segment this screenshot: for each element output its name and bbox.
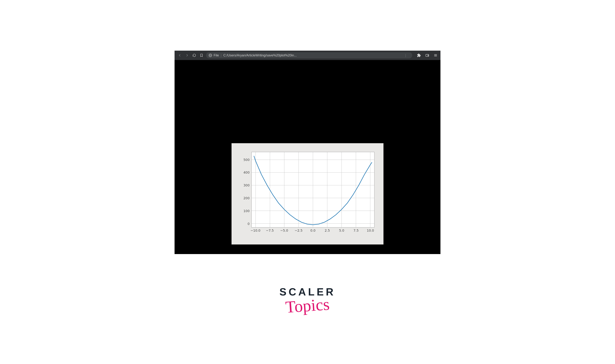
url-bar[interactable]: ! File | C:/Users/Aryan/ArticleWriting/s… bbox=[206, 52, 412, 58]
x-tick-label: 5.0 bbox=[339, 229, 344, 232]
bookmark-button[interactable] bbox=[199, 53, 204, 58]
browser-toolbar: ! File | C:/Users/Aryan/ArticleWriting/s… bbox=[175, 51, 440, 60]
x-tick-label: −10.0 bbox=[250, 229, 261, 232]
y-tick-label: 500 bbox=[239, 158, 250, 161]
plot-svg bbox=[252, 152, 374, 227]
plot-figure: −10.0−7.5−5.0−2.50.02.55.07.510.00100200… bbox=[232, 143, 383, 245]
watermark: SCALER Topics bbox=[279, 286, 336, 315]
reload-button[interactable] bbox=[192, 53, 197, 58]
separator: | bbox=[405, 53, 406, 57]
extensions-icon[interactable] bbox=[417, 53, 421, 58]
wallet-icon[interactable] bbox=[425, 53, 430, 58]
menu-icon[interactable] bbox=[433, 53, 438, 58]
forward-button[interactable] bbox=[184, 53, 190, 58]
x-tick-label: 10.0 bbox=[367, 229, 374, 232]
file-scheme-label: ! File bbox=[209, 53, 219, 57]
info-icon: ! bbox=[209, 53, 212, 57]
browser-window: ! File | C:/Users/Aryan/ArticleWriting/s… bbox=[175, 51, 440, 254]
toolbar-right-actions bbox=[417, 53, 438, 58]
svg-rect-3 bbox=[428, 55, 429, 56]
y-tick-label: 300 bbox=[239, 183, 250, 187]
x-tick-label: −2.5 bbox=[295, 229, 303, 232]
url-text: C:/Users/Aryan/ArticleWriting/save%20plo… bbox=[223, 53, 404, 57]
x-tick-label: −7.5 bbox=[266, 229, 274, 232]
x-tick-label: 7.5 bbox=[353, 229, 359, 232]
y-tick-label: 400 bbox=[239, 170, 250, 174]
page-content: −10.0−7.5−5.0−2.50.02.55.07.510.00100200… bbox=[175, 60, 440, 254]
back-button[interactable] bbox=[177, 53, 183, 58]
plot-axes bbox=[251, 152, 374, 227]
svg-rect-2 bbox=[426, 54, 429, 57]
y-tick-label: 100 bbox=[239, 209, 250, 213]
x-tick-label: 2.5 bbox=[325, 229, 330, 232]
watermark-line2: Topics bbox=[285, 295, 330, 317]
y-tick-label: 0 bbox=[239, 222, 250, 225]
x-tick-label: −5.0 bbox=[280, 229, 288, 232]
x-tick-label: 0.0 bbox=[310, 229, 316, 232]
separator: | bbox=[221, 53, 222, 57]
y-tick-label: 200 bbox=[239, 196, 250, 200]
